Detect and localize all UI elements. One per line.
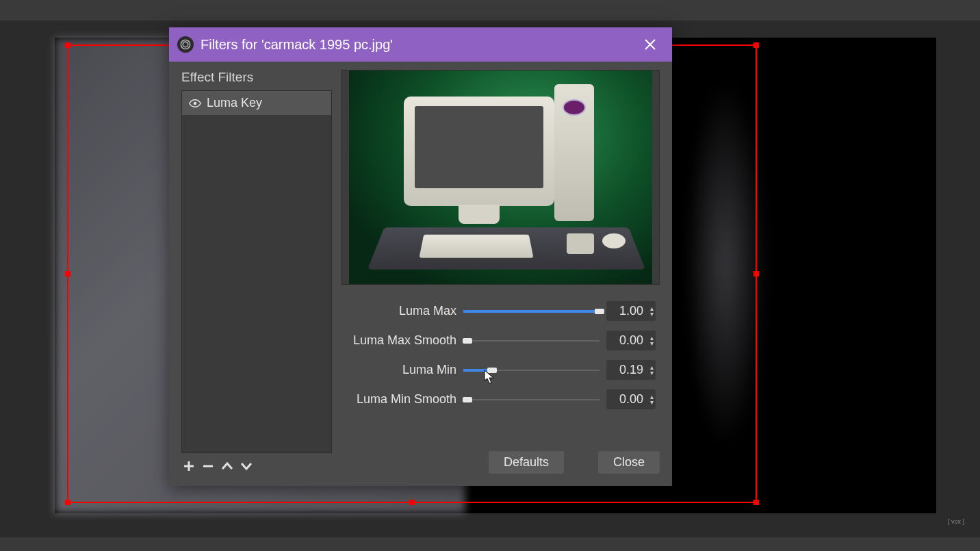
remove-filter-button[interactable] <box>201 459 216 474</box>
luma-min-spinner[interactable]: 0.19 ▴▾ <box>606 360 656 380</box>
obs-logo-icon <box>177 36 194 53</box>
filter-controls: Luma Max 1.00 ▴▾ Luma Max Smooth <box>341 301 660 409</box>
watermark-badge: [ vox ] <box>944 516 968 527</box>
control-luma-max-smooth: Luma Max Smooth 0.00 ▴▾ <box>341 331 656 350</box>
visibility-eye-icon[interactable] <box>189 97 201 110</box>
control-luma-max: Luma Max 1.00 ▴▾ <box>341 301 656 321</box>
luma-max-smooth-label: Luma Max Smooth <box>341 333 456 348</box>
luma-min-smooth-spinner[interactable]: 0.00 ▴▾ <box>606 389 656 409</box>
effect-filters-heading: Effect Filters <box>181 70 332 85</box>
filter-preview <box>341 70 660 285</box>
resize-handle-bottom-right[interactable] <box>753 500 759 505</box>
stepper-arrows-icon[interactable]: ▴▾ <box>650 335 654 346</box>
luma-max-slider[interactable] <box>463 305 599 318</box>
main-toolbar <box>0 0 980 21</box>
luma-max-smooth-slider[interactable] <box>463 334 599 348</box>
luma-min-smooth-value: 0.00 <box>619 392 643 406</box>
filter-item-luma-key[interactable]: Luma Key <box>182 91 331 115</box>
stepper-arrows-icon[interactable]: ▴▾ <box>650 365 654 376</box>
luma-max-spinner[interactable]: 1.00 ▴▾ <box>606 301 656 321</box>
luma-min-value: 0.19 <box>619 363 643 376</box>
stepper-arrows-icon[interactable]: ▴▾ <box>650 306 654 317</box>
control-luma-min-smooth: Luma Min Smooth 0.00 ▴▾ <box>341 389 656 409</box>
filter-item-label: Luma Key <box>207 96 262 110</box>
luma-max-value: 1.00 <box>619 304 643 318</box>
luma-min-smooth-slider[interactable] <box>463 393 599 407</box>
close-button[interactable] <box>636 27 664 62</box>
filters-dialog: Filters for 'carmack 1995 pc.jpg' Effect… <box>169 27 672 486</box>
dialog-titlebar[interactable]: Filters for 'carmack 1995 pc.jpg' <box>169 27 672 62</box>
preview-image <box>349 71 652 284</box>
close-dialog-button[interactable]: Close <box>598 451 660 474</box>
move-filter-down-button[interactable] <box>239 459 254 474</box>
dialog-title: Filters for 'carmack 1995 pc.jpg' <box>201 37 393 53</box>
resize-handle-top-right[interactable] <box>753 42 759 48</box>
dialog-button-row: Defaults Close <box>341 451 660 474</box>
luma-max-smooth-value: 0.00 <box>619 333 643 347</box>
svg-point-1 <box>194 101 197 105</box>
filter-list[interactable]: Luma Key <box>181 90 332 453</box>
add-filter-button[interactable] <box>181 459 196 474</box>
stepper-arrows-icon[interactable]: ▴▾ <box>650 394 654 405</box>
luma-min-label: Luma Min <box>341 363 456 377</box>
svg-point-0 <box>181 40 190 49</box>
background-source-image-edge <box>684 79 766 448</box>
luma-max-smooth-spinner[interactable]: 0.00 ▴▾ <box>606 331 656 350</box>
defaults-button[interactable]: Defaults <box>489 451 564 474</box>
status-bar <box>0 537 980 551</box>
move-filter-up-button[interactable] <box>220 459 235 474</box>
filter-toolbar <box>181 453 332 474</box>
luma-min-slider[interactable] <box>463 363 599 377</box>
luma-min-smooth-label: Luma Min Smooth <box>341 392 456 407</box>
luma-max-label: Luma Max <box>341 304 456 318</box>
control-luma-min: Luma Min 0.19 ▴▾ <box>341 360 656 380</box>
